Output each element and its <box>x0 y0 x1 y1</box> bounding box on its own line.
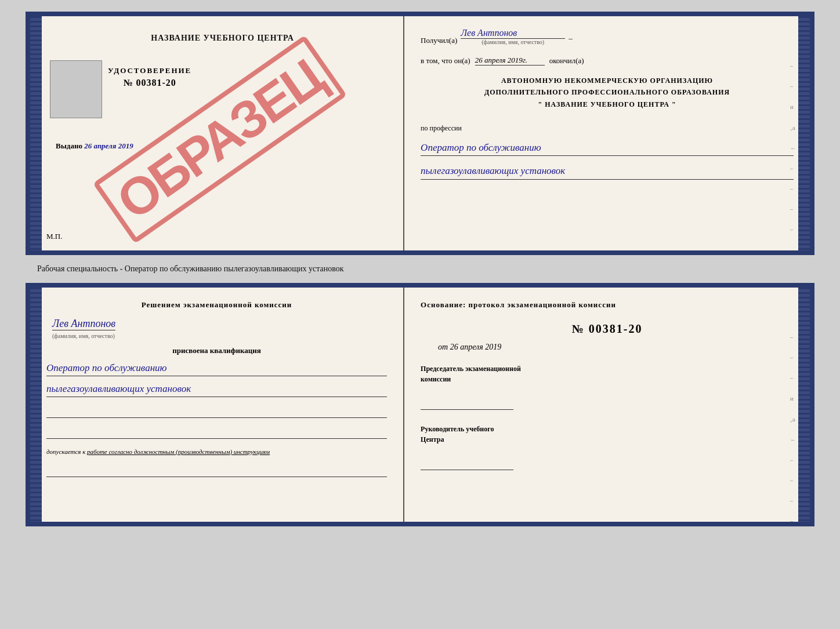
proto-date: от 26 апреля 2019 <box>438 343 794 352</box>
admission-text: допускается к работе согласно должностны… <box>46 447 387 457</box>
right-marks-bottom: – – – и ‚а ← – – – – <box>790 334 796 524</box>
head-line2: Центра <box>421 434 794 445</box>
fio-label-top: (фамилия, имя, отчество) <box>481 39 544 45</box>
received-row: Получил(а) Лев Антпонов (фамилия, имя, о… <box>421 28 794 45</box>
blank-line2 <box>46 427 387 439</box>
cert-number: № 00381-20 <box>123 78 176 88</box>
org-block: АВТОНОМНУЮ НЕКОММЕРЧЕСКУЮ ОРГАНИЗАЦИЮ ДО… <box>421 75 794 110</box>
mp-label: М.П. <box>46 232 62 241</box>
bottom-right-panel: Основание: протокол экзаменационной коми… <box>404 288 810 522</box>
org-line1: АВТОНОМНУЮ НЕКОММЕРЧЕСКУЮ ОРГАНИЗАЦИЮ <box>421 75 794 86</box>
blank-line3 <box>46 466 387 477</box>
received-prefix: Получил(а) <box>421 36 457 45</box>
fio-label-bottom: (фамилия, имя, отчество) <box>52 333 115 339</box>
org-quote-open: " <box>538 100 543 108</box>
chairman-label: Председатель экзаменационной комиссии <box>421 363 794 384</box>
profession-value1: Оператор по обслуживанию <box>421 140 794 156</box>
assigned-label: присвоена квалификация <box>46 346 387 355</box>
person-name: Лев Антпонов <box>52 318 115 330</box>
cert-block: УДОСТОВЕРЕНИЕ № 00381-20 <box>108 66 191 88</box>
admission-value: работе согласно должностным (производств… <box>87 448 270 455</box>
org-name: НАЗВАНИЕ УЧЕБНОГО ЦЕНТРА <box>545 100 669 108</box>
bottom-document: Решением экзаменационной комиссии Лев Ан… <box>26 283 814 526</box>
issued-date: 26 апреля 2019 <box>84 141 133 150</box>
issued-line: Выдано 26 апреля 2019 <box>56 141 133 151</box>
in-that-prefix: в том, что он(а) <box>421 56 470 66</box>
profession-value2: пылегазоулавливающих установок <box>421 163 794 179</box>
chairman-line1: Председатель экзаменационной <box>421 363 794 374</box>
top-right-panel: Получил(а) Лев Антпонов (фамилия, имя, о… <box>404 16 810 250</box>
chairman-line2: комиссии <box>421 374 794 384</box>
head-label: Руководитель учебного Центра <box>421 424 794 445</box>
issued-prefix: Выдано <box>56 141 82 150</box>
top-left-panel: НАЗВАНИЕ УЧЕБНОГО ЦЕНТРА УДОСТОВЕРЕНИЕ №… <box>30 16 404 250</box>
person-block: Лев Антпонов (фамилия, имя, отчество) <box>52 315 387 339</box>
bottom-left-panel: Решением экзаменационной комиссии Лев Ан… <box>30 288 404 522</box>
finished-label: окончил(а) <box>549 56 584 66</box>
profession-label: по профессии <box>421 124 794 133</box>
received-name: Лев Антпонов <box>461 28 565 39</box>
cert-label: УДОСТОВЕРЕНИЕ <box>108 66 191 75</box>
spine-right-bottom <box>798 288 810 522</box>
top-document: НАЗВАНИЕ УЧЕБНОГО ЦЕНТРА УДОСТОВЕРЕНИЕ №… <box>26 12 814 255</box>
spine-right <box>798 16 810 250</box>
admission-prefix: допускается к <box>46 448 85 455</box>
photo-placeholder <box>50 60 102 118</box>
org-quote-close: " <box>672 100 676 108</box>
osnov-text: Основание: протокол экзаменационной коми… <box>421 299 794 311</box>
qualification-line2: пылегазоулавливающих установок <box>46 381 387 397</box>
org-name-line: " НАЗВАНИЕ УЧЕБНОГО ЦЕНТРА " <box>421 99 794 110</box>
right-marks: – – и ‚а ← – – – – <box>790 63 796 232</box>
between-text: Рабочая специальность - Оператор по обсл… <box>37 264 344 274</box>
proto-date-value: 26 апреля 2019 <box>450 343 501 351</box>
qualification-line1: Оператор по обслуживанию <box>46 360 387 376</box>
head-sig-line <box>421 459 513 470</box>
cert-date: 26 апреля 2019г. <box>475 56 545 66</box>
chairman-sig-line <box>421 398 513 410</box>
in-that-row: в том, что он(а) 26 апреля 2019г. окончи… <box>421 56 794 66</box>
blank-line1 <box>46 406 387 418</box>
proto-number: № 00381-20 <box>421 322 794 336</box>
org-line2: ДОПОЛНИТЕЛЬНОГО ПРОФЕССИОНАЛЬНОГО ОБРАЗО… <box>421 86 794 98</box>
head-line1: Руководитель учебного <box>421 424 794 434</box>
date-prefix: от <box>438 343 448 351</box>
decision-text: Решением экзаменационной комиссии <box>46 299 387 311</box>
school-title-top: НАЗВАНИЕ УЧЕБНОГО ЦЕНТРА <box>50 34 395 43</box>
